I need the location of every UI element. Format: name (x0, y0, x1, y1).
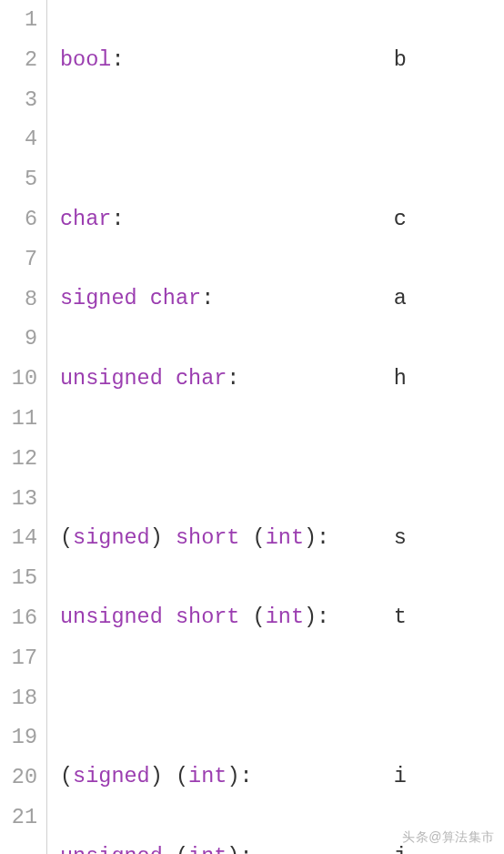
keyword-signed: signed (73, 525, 150, 550)
code-line-empty (60, 119, 504, 159)
line-number: 20 (0, 757, 37, 798)
rparen: ) (304, 525, 317, 550)
code-line: unsigned short (int): t (60, 597, 504, 637)
keyword-int: int (266, 525, 304, 550)
keyword-int: int (266, 605, 304, 629)
keyword-short: short (176, 605, 240, 629)
keyword-int: int (188, 764, 227, 788)
line-number: 9 (0, 319, 37, 359)
lparen: ( (176, 764, 188, 788)
code-line-empty (60, 677, 504, 717)
watermark-text: 头条@算法集市 (402, 825, 495, 849)
rparen: ) (150, 764, 163, 788)
colon: : (111, 47, 124, 72)
line-number: 15 (0, 558, 37, 598)
code-line: signed char: a (60, 279, 504, 319)
keyword-unsigned: unsigned (60, 844, 163, 854)
rparen: ) (227, 764, 239, 788)
keyword-signed: signed (73, 764, 150, 788)
line-number: 14 (0, 518, 37, 558)
keyword-char: char (60, 207, 111, 231)
value: s (394, 525, 407, 550)
colon: : (201, 286, 214, 310)
line-number: 21 (0, 798, 37, 838)
line-number: 19 (0, 717, 37, 757)
code-line-empty (60, 438, 504, 478)
value: h (394, 366, 407, 391)
line-number: 6 (0, 199, 37, 239)
line-number: 18 (0, 678, 37, 718)
value: b (394, 47, 407, 72)
line-number: 3 (0, 80, 37, 120)
rparen: ) (304, 605, 317, 629)
line-number: 16 (0, 598, 37, 638)
colon: : (227, 366, 239, 391)
code-line: bool: b (60, 40, 504, 80)
value: t (394, 605, 407, 629)
line-number: 12 (0, 439, 37, 479)
lparen: ( (176, 844, 188, 854)
code-line: unsigned char: h (60, 359, 504, 399)
colon: : (111, 207, 124, 231)
colon: : (239, 764, 252, 788)
colon: : (317, 605, 329, 629)
line-number: 4 (0, 119, 37, 159)
code-line: (signed) short (int): s (60, 518, 504, 558)
value: c (394, 207, 407, 231)
rparen: ) (150, 525, 163, 550)
line-number: 13 (0, 479, 37, 519)
keyword-char: char (150, 286, 201, 310)
lparen: ( (60, 764, 73, 788)
code-line: (signed) (int): i (60, 757, 504, 797)
lparen: ( (60, 525, 73, 550)
keyword-signed: signed (60, 286, 137, 310)
rparen: ) (227, 844, 239, 854)
keyword-short: short (176, 525, 240, 550)
colon: : (239, 844, 252, 854)
line-number: 10 (0, 359, 37, 399)
code-block: 1 2 3 4 5 6 7 8 9 10 11 12 13 14 15 16 1… (0, 0, 504, 854)
line-number: 8 (0, 280, 37, 320)
colon: : (317, 525, 329, 550)
line-number: 5 (0, 159, 37, 199)
lparen: ( (253, 525, 266, 550)
line-number: 11 (0, 399, 37, 439)
lparen: ( (253, 605, 266, 629)
code-line: char: c (60, 199, 504, 239)
line-number: 7 (0, 239, 37, 280)
line-number-gutter: 1 2 3 4 5 6 7 8 9 10 11 12 13 14 15 16 1… (0, 0, 47, 854)
keyword-unsigned: unsigned (60, 605, 163, 629)
code-content: bool: b char: c signed char: a unsigned … (47, 0, 504, 854)
value: a (394, 286, 407, 310)
line-number: 17 (0, 638, 37, 678)
value: i (394, 764, 407, 788)
keyword-unsigned: unsigned (60, 366, 163, 391)
line-number: 2 (0, 40, 37, 80)
keyword-bool: bool (60, 47, 111, 72)
keyword-char: char (176, 366, 227, 391)
keyword-int: int (188, 844, 227, 854)
line-number: 1 (0, 0, 37, 40)
